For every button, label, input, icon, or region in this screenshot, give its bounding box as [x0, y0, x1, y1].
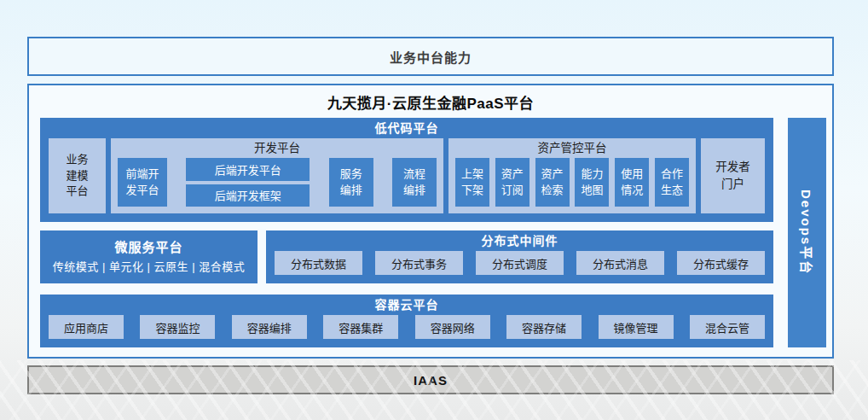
dev-platform-title: 开发平台: [111, 138, 443, 158]
backend-platform-box: 后端开发平台: [186, 158, 310, 181]
service-orchestration-box: 服务 编排: [329, 158, 373, 207]
devops-platform-bar: Devops平台: [788, 118, 826, 347]
backend-stack: 后端开发平台 后端开发框架: [186, 158, 310, 207]
microservice-title: 微服务平台: [40, 240, 258, 255]
platform-title: 九天揽月·云原生金融PaaS平台: [29, 91, 832, 113]
process-orchestration-box: 流程 编排: [392, 158, 437, 207]
iaas-label: IAAS: [414, 373, 448, 388]
diagram-canvas: 业务中台能力 九天揽月·云原生金融PaaS平台 低代码平台 业务 建模 平台 开…: [0, 0, 868, 420]
iaas-bar: IAAS: [27, 365, 834, 394]
asset-control-row: 上架 下架 资产 订阅 资产 检索 能力 地图 使用 情况 合作 生态: [448, 158, 696, 213]
cloud-item-image-mgmt: 镜像管理: [599, 315, 674, 339]
cloud-item-app-store: 应用商店: [49, 315, 124, 339]
asset-item-usage: 使用 情况: [615, 158, 649, 207]
container-cloud-row: 应用商店 容器监控 容器编排 容器集群 容器网络 容器存储 镜像管理 混合云管: [40, 315, 773, 347]
frontend-dev-box: 前端开 发平台: [118, 158, 167, 207]
asset-item-search: 资产 检索: [535, 158, 570, 207]
middleware-row: 分布式数据 分布式事务 分布式调度 分布式消息 分布式缓存: [266, 251, 773, 283]
middleware-title: 分布式中间件: [266, 230, 773, 251]
container-cloud-title: 容器云平台: [40, 295, 773, 315]
low-code-platform-title: 低代码平台: [40, 118, 773, 138]
asset-item-ecosystem: 合作 生态: [655, 158, 689, 207]
cloud-item-monitoring: 容器监控: [140, 315, 215, 339]
asset-control-title: 资产管控平台: [448, 138, 696, 158]
developer-portal-box: 开发者 门户: [701, 138, 765, 213]
asset-control-group: 资产管控平台 上架 下架 资产 订阅 资产 检索 能力 地图 使用 情况 合作 …: [448, 138, 696, 213]
dev-platform-group: 开发平台 前端开 发平台 后端开发平台 后端开发框架 服务 编排 流程 编排: [111, 138, 443, 213]
dev-platform-row: 前端开 发平台 后端开发平台 后端开发框架 服务 编排 流程 编排: [111, 158, 443, 213]
middleware-item-scheduling: 分布式调度: [476, 251, 564, 275]
microservice-modes: 传统模式 | 单元化 | 云原生 | 混合模式: [40, 258, 258, 274]
middleware-item-data: 分布式数据: [275, 251, 362, 275]
section-microservice-platform: 微服务平台 传统模式 | 单元化 | 云原生 | 混合模式: [40, 230, 258, 283]
asset-item-subscribe: 资产 订阅: [495, 158, 529, 207]
backend-framework-box: 后端开发框架: [186, 184, 310, 207]
paas-platform-container: 九天揽月·云原生金融PaaS平台 低代码平台 业务 建模 平台 开发平台 前端开…: [27, 84, 834, 359]
asset-item-capability-map: 能力 地图: [575, 158, 609, 207]
devops-platform-label: Devops平台: [798, 190, 816, 275]
section-container-cloud-platform: 容器云平台 应用商店 容器监控 容器编排 容器集群 容器网络 容器存储 镜像管理…: [40, 295, 773, 347]
business-modeling-box: 业务 建模 平台: [49, 138, 106, 213]
asset-item-shelf: 上架 下架: [455, 158, 489, 207]
cloud-item-cluster: 容器集群: [323, 315, 398, 339]
section-low-code-platform: 低代码平台 业务 建模 平台 开发平台 前端开 发平台 后端开发平台 后端开发框…: [40, 118, 773, 222]
cloud-item-storage: 容器存储: [506, 315, 582, 339]
cloud-item-network: 容器网络: [415, 315, 490, 339]
business-midplatform-banner: 业务中台能力: [27, 37, 834, 76]
middleware-item-message: 分布式消息: [576, 251, 664, 275]
section-distributed-middleware: 分布式中间件 分布式数据 分布式事务 分布式调度 分布式消息 分布式缓存: [266, 230, 773, 283]
middleware-item-transaction: 分布式事务: [375, 251, 463, 275]
cloud-item-orchestration: 容器编排: [232, 315, 307, 339]
low-code-platform-row: 业务 建模 平台 开发平台 前端开 发平台 后端开发平台 后端开发框架 服务 编…: [40, 138, 773, 222]
cloud-item-hybrid-mgmt: 混合云管: [690, 315, 765, 339]
middleware-item-cache: 分布式缓存: [677, 251, 765, 275]
business-midplatform-label: 业务中台能力: [390, 48, 472, 66]
